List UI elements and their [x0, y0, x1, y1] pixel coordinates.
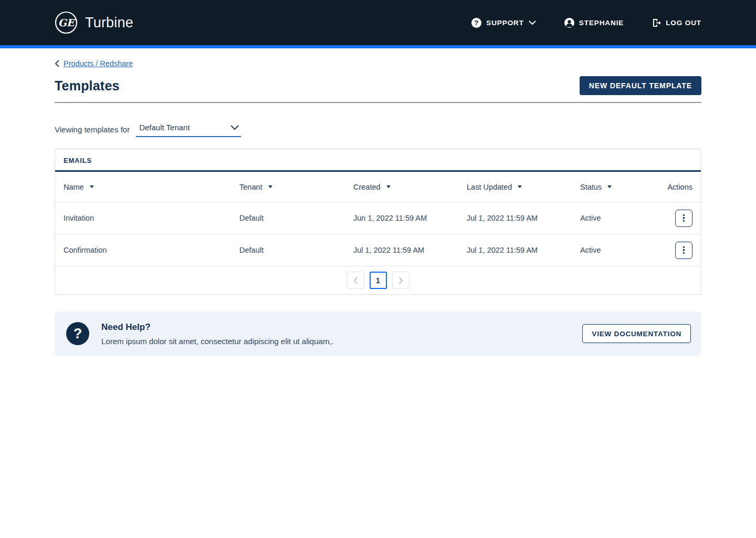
column-label: Name	[64, 183, 84, 191]
sort-caret-icon[interactable]	[518, 185, 522, 188]
sort-caret-icon[interactable]	[386, 185, 391, 188]
chevron-left-icon	[55, 60, 59, 67]
pagination: 1	[55, 266, 701, 294]
brand-name: Turbine	[85, 15, 133, 31]
need-help-panel: ? Need Help? Lorem ipsum dolor sit amet,…	[55, 312, 701, 356]
cell-created: Jun 1, 2022 11:59 AM	[353, 214, 467, 222]
viewing-label: Viewing templates for	[55, 125, 130, 137]
column-label: Actions	[667, 183, 692, 191]
sort-caret-icon[interactable]	[607, 185, 612, 188]
cell-status: Active	[580, 246, 659, 254]
cell-last-updated: Jul 1, 2022 11:59 AM	[467, 246, 580, 254]
column-header-actions: Actions	[659, 183, 692, 191]
column-label: Created	[353, 183, 381, 191]
accent-bar	[0, 45, 756, 48]
pagination-page-1[interactable]: 1	[370, 272, 387, 289]
column-label: Status	[580, 183, 602, 191]
cell-tenant: Default	[239, 214, 353, 222]
viewing-row: Viewing templates for Default Tenant	[55, 123, 701, 137]
pagination-prev-button[interactable]	[347, 272, 364, 289]
cell-last-updated: Jul 1, 2022 11:59 AM	[467, 214, 580, 222]
user-icon	[564, 18, 574, 28]
support-menu[interactable]: ? SUPPORT	[471, 18, 536, 28]
pagination-next-button[interactable]	[392, 272, 410, 289]
user-menu[interactable]: STEPHANIE	[564, 18, 624, 28]
title-row: Templates NEW DEFAULT TEMPLATE	[55, 76, 701, 103]
cell-name: Invitation	[64, 214, 239, 222]
cell-status: Active	[580, 214, 659, 222]
tenant-select[interactable]: Default Tenant	[136, 123, 241, 137]
brand: GE Turbine	[55, 11, 133, 34]
table-row: Invitation Default Jun 1, 2022 11:59 AM …	[55, 202, 701, 234]
tab-emails[interactable]: EMAILS	[55, 149, 100, 170]
cell-tenant: Default	[239, 246, 353, 254]
chevron-down-icon	[230, 125, 239, 130]
row-actions-kebab-button[interactable]	[675, 210, 692, 227]
column-header-name: Name	[64, 183, 239, 191]
view-documentation-button[interactable]: VIEW DOCUMENTATION	[582, 324, 691, 343]
cell-created: Jul 1, 2022 11:59 AM	[353, 246, 467, 254]
support-label: SUPPORT	[486, 19, 524, 27]
column-header-created: Created	[353, 183, 467, 191]
question-circle-icon: ?	[471, 18, 481, 28]
column-label: Tenant	[239, 183, 262, 191]
sort-caret-icon[interactable]	[90, 185, 94, 188]
breadcrumb: Products / Redshare	[55, 59, 701, 68]
column-header-tenant: Tenant	[239, 183, 353, 191]
chevron-down-icon	[529, 20, 536, 25]
tenant-select-value: Default Tenant	[139, 123, 190, 132]
logout-button[interactable]: LOG OUT	[652, 18, 701, 27]
ge-logo-icon: GE	[55, 11, 78, 34]
sort-caret-icon[interactable]	[268, 185, 272, 188]
table-header-row: Name Tenant Created Last Updated Status …	[55, 172, 701, 202]
column-label: Last Updated	[467, 183, 512, 191]
column-header-status: Status	[580, 183, 659, 191]
help-body: Lorem ipsum dolor sit amet, consectetur …	[101, 337, 334, 346]
cell-name: Confirmation	[64, 246, 239, 254]
help-question-icon: ?	[66, 322, 89, 345]
templates-table-card: EMAILS Name Tenant Created Last Updated …	[55, 149, 701, 295]
column-header-last-updated: Last Updated	[467, 183, 580, 191]
help-text: Need Help? Lorem ipsum dolor sit amet, c…	[101, 322, 334, 346]
logout-label: LOG OUT	[666, 19, 701, 27]
tab-row: EMAILS	[55, 149, 701, 172]
row-actions-kebab-button[interactable]	[675, 242, 692, 259]
app-header: GE Turbine ? SUPPORT	[0, 0, 756, 45]
help-title: Need Help?	[101, 322, 334, 333]
logout-icon	[652, 18, 661, 27]
table-row: Confirmation Default Jul 1, 2022 11:59 A…	[55, 234, 701, 266]
header-nav: ? SUPPORT STEPHANIE	[471, 18, 701, 28]
main-content: Products / Redshare Templates NEW DEFAUL…	[0, 59, 756, 356]
breadcrumb-link[interactable]: Products / Redshare	[64, 59, 133, 68]
page-title: Templates	[55, 78, 120, 94]
svg-text:GE: GE	[58, 17, 76, 28]
user-label: STEPHANIE	[579, 19, 624, 27]
new-default-template-button[interactable]: NEW DEFAULT TEMPLATE	[580, 76, 701, 95]
